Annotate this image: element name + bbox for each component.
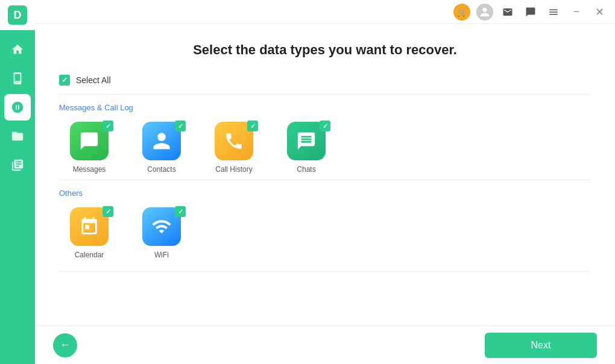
messages-items-grid: Messages Contacts Call History (59, 122, 591, 174)
chat-icon[interactable] (522, 4, 539, 20)
mail-icon[interactable] (499, 4, 516, 20)
sidebar: D (0, 0, 35, 364)
item-wifi[interactable]: WiFi (131, 207, 192, 259)
item-contacts[interactable]: Contacts (131, 122, 192, 174)
chats-label: Chats (297, 165, 315, 174)
divider-bottom (59, 271, 591, 272)
sidebar-item-toolkit[interactable] (4, 152, 31, 178)
item-calendar[interactable]: Calendar (59, 207, 119, 259)
others-items-grid: Calendar WiFi (59, 207, 591, 259)
contacts-checkbox[interactable] (175, 121, 186, 131)
sidebar-nav (4, 30, 31, 364)
wifi-checkbox[interactable] (175, 206, 186, 217)
calendar-checkbox[interactable] (102, 206, 113, 217)
minimize-icon[interactable]: − (568, 4, 585, 20)
menu-icon[interactable] (545, 4, 562, 20)
sidebar-item-files[interactable] (4, 123, 31, 149)
bottom-bar: ← Next (35, 325, 615, 364)
sidebar-logo: D (0, 0, 35, 30)
sidebar-item-device[interactable] (4, 65, 31, 92)
divider-middle (59, 180, 591, 180)
call-history-checkbox[interactable] (247, 121, 258, 131)
calendar-label: Calendar (75, 251, 104, 259)
item-call-history[interactable]: Call History (204, 122, 264, 174)
wifi-label: WiFi (154, 251, 169, 259)
close-icon[interactable]: ✕ (591, 4, 608, 20)
divider-top (59, 94, 591, 95)
section-others: Others (59, 189, 591, 198)
next-button[interactable]: Next (485, 333, 597, 358)
messages-label: Messages (73, 165, 106, 174)
cart-icon[interactable]: 🛒 (453, 4, 470, 20)
app-logo: D (8, 5, 27, 25)
page-title: Select the data types you want to recove… (59, 42, 591, 58)
select-all-checkbox[interactable] (59, 75, 70, 86)
call-history-label: Call History (215, 165, 252, 174)
main-panel: 🛒 − ✕ Select the data types you want to … (35, 0, 615, 364)
chats-checkbox[interactable] (320, 121, 330, 131)
contacts-label: Contacts (147, 165, 175, 174)
back-button[interactable]: ← (53, 333, 77, 357)
section-messages-call-log: Messages & Call Log (59, 103, 591, 112)
messages-checkbox[interactable] (102, 121, 113, 131)
sidebar-item-backup[interactable] (4, 94, 31, 121)
profile-icon[interactable] (476, 4, 493, 20)
content-area: Select the data types you want to recove… (35, 24, 615, 325)
titlebar: 🛒 − ✕ (35, 0, 615, 24)
item-messages[interactable]: Messages (59, 122, 119, 174)
sidebar-item-home[interactable] (4, 36, 31, 63)
select-all-label: Select All (76, 75, 111, 85)
item-chats[interactable]: Chats (276, 122, 336, 174)
select-all-row: Select All (59, 75, 591, 86)
